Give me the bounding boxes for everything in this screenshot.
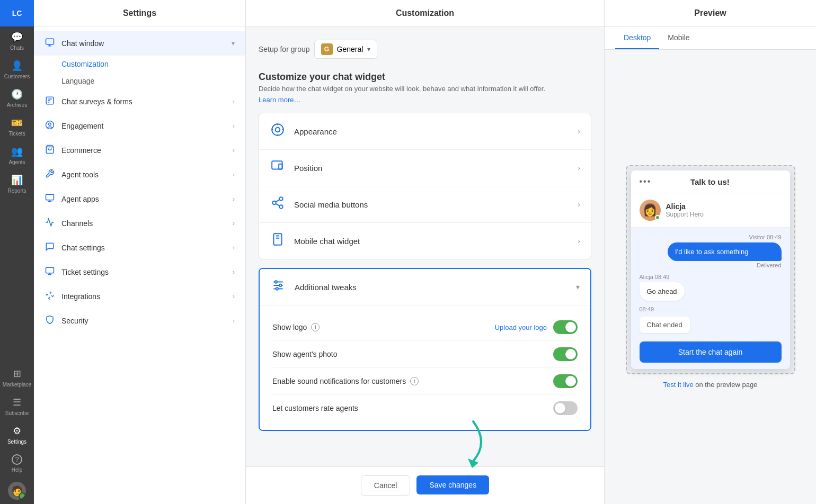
cancel-button[interactable]: Cancel: [361, 475, 411, 496]
visitor-time-label: Visitor 08:49: [640, 234, 782, 240]
user-avatar[interactable]: 🧑: [8, 482, 26, 500]
social-media-icon: [270, 196, 286, 213]
ticket-settings-icon: [45, 266, 55, 278]
svg-rect-0: [46, 39, 54, 44]
chevron-right-icon: ›: [233, 98, 235, 105]
section-social-media[interactable]: Social media buttons ›: [259, 186, 591, 223]
preview-body: ••• Talk to us! 👩 Alicja Support Hero: [605, 50, 816, 504]
nav-bottom: ⊞ Marketplace ☰ Subscribe ⚙ Settings ? H…: [0, 363, 34, 504]
group-selector: Setup for group G General ▾: [259, 40, 591, 59]
info-icon-show-logo[interactable]: i: [311, 323, 320, 331]
upload-logo-link[interactable]: Upload your logo: [495, 323, 547, 331]
integrations-icon: [45, 291, 55, 302]
chevron-right-icon: ›: [233, 195, 235, 203]
agents-icon: 👥: [11, 146, 23, 157]
tweak-rate-agents: Let customers rate agents: [272, 395, 578, 421]
menu-item-chat-surveys[interactable]: Chat surveys & forms ›: [34, 89, 245, 114]
sidebar-item-customers[interactable]: 👤 Customers: [0, 55, 34, 84]
tweaks-header[interactable]: Additional tweaks ▾: [260, 269, 590, 305]
svg-point-7: [272, 124, 283, 136]
menu-item-ticket-settings[interactable]: Ticket settings ›: [34, 260, 245, 284]
security-icon: [45, 315, 55, 327]
menu-item-channels[interactable]: Channels ›: [34, 211, 245, 236]
archives-icon: 🕐: [11, 88, 23, 100]
sections-card: Appearance › Position › Social: [259, 113, 591, 259]
widget-menu-dots[interactable]: •••: [640, 177, 652, 186]
left-nav: LC 💬 Chats 👤 Customers 🕐 Archives 🎫 Tick…: [0, 0, 34, 504]
dropdown-arrow-icon: ▾: [367, 46, 370, 53]
learn-more-link[interactable]: Learn more…: [259, 96, 300, 104]
section-position[interactable]: Position ›: [259, 150, 591, 186]
delivered-label: Delivered: [640, 262, 782, 268]
sidebar-item-help[interactable]: ? Help: [0, 449, 34, 478]
sidebar-item-settings[interactable]: ⚙ Settings: [0, 420, 34, 449]
widget-agent-info: 👩 Alicja Support Hero: [631, 193, 790, 228]
sidebar-item-chats[interactable]: 💬 Chats: [0, 26, 34, 55]
agent-avatar: 👩: [640, 200, 661, 221]
chevron-right-icon: ›: [578, 164, 580, 172]
agent-time-label: Alicja 08:49: [640, 274, 782, 280]
svg-point-15: [279, 197, 283, 201]
chevron-up-icon: ▾: [576, 283, 580, 291]
toggle-rate-agents[interactable]: [553, 401, 578, 415]
test-live-link[interactable]: Test it live: [663, 381, 694, 389]
info-icon-sound[interactable]: i: [410, 377, 419, 385]
chevron-right-icon: ›: [578, 237, 580, 245]
sidebar-item-archives[interactable]: 🕐 Archives: [0, 84, 34, 112]
tab-mobile[interactable]: Mobile: [659, 27, 698, 49]
customization-title: Customize your chat widget: [259, 71, 591, 83]
chevron-right-icon: ›: [233, 293, 235, 300]
widget-header: ••• Talk to us!: [631, 170, 790, 193]
bottom-bar: Cancel Save changes: [246, 466, 604, 504]
chat-window-submenu: Customization Language: [34, 56, 245, 89]
menu-item-agent-apps[interactable]: Agent apps ›: [34, 187, 245, 211]
position-icon: [270, 159, 286, 176]
svg-rect-6: [46, 267, 54, 273]
tab-desktop[interactable]: Desktop: [615, 27, 659, 49]
menu-item-agent-tools[interactable]: Agent tools ›: [34, 163, 245, 187]
main-content: Customization Setup for group G General …: [246, 0, 604, 504]
sidebar-item-subscribe[interactable]: ☰ Subscribe: [0, 392, 34, 420]
chevron-right-icon: ›: [233, 220, 235, 227]
svg-rect-14: [279, 164, 282, 169]
chevron-right-icon: ›: [233, 147, 235, 154]
svg-line-19: [276, 200, 279, 202]
chat-messages: Visitor 08:49 I'd like to ask something …: [631, 228, 790, 369]
mobile-widget-icon: [270, 232, 286, 249]
toggle-show-agent-photo[interactable]: [553, 347, 578, 361]
subscribe-icon: ☰: [13, 397, 21, 408]
section-appearance[interactable]: Appearance ›: [259, 113, 591, 150]
chat-surveys-icon: [45, 96, 55, 107]
sidebar-item-agents[interactable]: 👥 Agents: [0, 141, 34, 169]
section-mobile-chat-widget[interactable]: Mobile chat widget ›: [259, 223, 591, 259]
submenu-item-language[interactable]: Language: [61, 73, 245, 89]
agent-message: Go ahead: [640, 282, 685, 301]
group-dropdown[interactable]: G General ▾: [314, 40, 378, 59]
submenu-item-customization[interactable]: Customization: [61, 56, 245, 73]
chevron-right-icon: ›: [233, 268, 235, 276]
group-badge: G: [321, 43, 333, 55]
widget-frame: ••• Talk to us! 👩 Alicja Support Hero: [626, 165, 795, 374]
chevron-right-icon: ›: [233, 317, 235, 325]
svg-rect-20: [273, 233, 281, 245]
chat-ended-message: Chat ended: [640, 317, 690, 333]
settings-header: Settings: [34, 0, 245, 27]
toggle-sound-notifications[interactable]: [553, 374, 578, 388]
start-chat-button[interactable]: Start the chat again: [640, 341, 782, 363]
menu-item-chat-window[interactable]: Chat window ▾: [34, 31, 245, 56]
toggle-show-logo[interactable]: [553, 320, 578, 334]
menu-item-security[interactable]: Security ›: [34, 309, 245, 333]
marketplace-icon: ⊞: [13, 368, 21, 380]
menu-item-engagement[interactable]: Engagement ›: [34, 114, 245, 138]
menu-item-chat-settings[interactable]: Chat settings ›: [34, 236, 245, 260]
sidebar-item-marketplace[interactable]: ⊞ Marketplace: [0, 363, 34, 392]
chevron-right-icon: ›: [578, 200, 580, 209]
menu-item-ecommerce[interactable]: Ecommerce ›: [34, 138, 245, 163]
menu-item-integrations[interactable]: Integrations ›: [34, 284, 245, 309]
settings-icon: ⚙: [13, 425, 21, 437]
sidebar-item-reports[interactable]: 📊 Reports: [0, 169, 34, 198]
chat-widget: ••• Talk to us! 👩 Alicja Support Hero: [631, 170, 790, 369]
save-changes-button[interactable]: Save changes: [416, 475, 489, 494]
sidebar-item-tickets[interactable]: 🎫 Tickets: [0, 112, 34, 141]
reports-icon: 📊: [11, 174, 23, 186]
